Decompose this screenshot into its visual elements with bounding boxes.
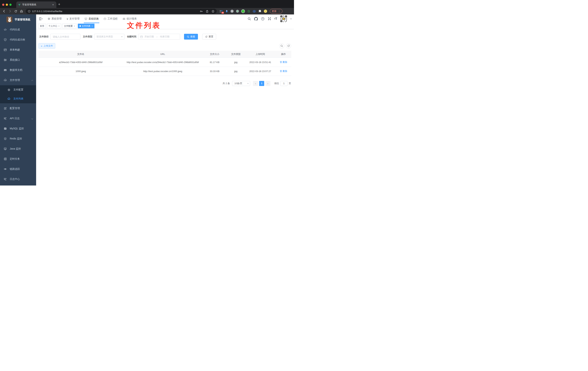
- sidebar-item-label: 表单构建: [10, 48, 20, 52]
- minimize-window-button[interactable]: [6, 4, 8, 6]
- close-icon[interactable]: ×: [74, 25, 75, 27]
- extension-grid-icon[interactable]: 11: [219, 9, 223, 13]
- info-icon[interactable]: [28, 10, 31, 13]
- y-circle-icon[interactable]: Y: [241, 9, 245, 13]
- chevron-down-icon: ▾: [121, 35, 122, 38]
- file-table: 文件名 URL 文件大小 文件类型 上传时间 操作 a294ecb2-73dd-…: [39, 51, 291, 76]
- file-path-input[interactable]: [53, 35, 78, 38]
- sidebar-item-db-doc[interactable]: 数据库文档: [0, 65, 36, 75]
- tag-profile[interactable]: 个人中心 ×: [47, 24, 61, 28]
- url-bar[interactable]: 127.0.0.1:1024/infra/file/file: [26, 9, 217, 14]
- search-icon[interactable]: [248, 17, 251, 21]
- delete-link[interactable]: 删除: [280, 69, 287, 73]
- upload-button-label: 上传文件: [43, 44, 53, 47]
- table-toolbar: + 上传文件: [39, 43, 291, 49]
- browser-tab[interactable]: 芋道管理系统 ×: [16, 1, 56, 8]
- qr-avatar[interactable]: [280, 15, 287, 22]
- reset-button[interactable]: 重置: [202, 34, 216, 40]
- sidebar-collapse-icon[interactable]: [36, 14, 45, 23]
- avatar-caret-icon[interactable]: ▾: [290, 18, 292, 20]
- date-range-picker[interactable]: 开始日期 - 结束日期: [138, 34, 180, 40]
- search-button[interactable]: 搜索: [184, 34, 198, 40]
- tab-close-icon[interactable]: ×: [52, 3, 54, 6]
- fullscreen-icon[interactable]: [268, 17, 271, 21]
- goto-label: 前往: [274, 82, 279, 85]
- active-dot: [79, 25, 81, 27]
- share-icon[interactable]: [206, 10, 209, 13]
- nav-item-payment[interactable]: ¥ 支付管理: [64, 14, 82, 23]
- sidebar-item-file-config[interactable]: 文件配置: [0, 85, 36, 94]
- record-icon[interactable]: [236, 9, 239, 13]
- sidebar-item-system-api[interactable]: 系统接口: [0, 55, 36, 65]
- sidebar-item-file-list[interactable]: 文件列表: [0, 94, 36, 103]
- sidebar-item-tracing[interactable]: 链路追踪: [0, 164, 36, 174]
- sidebar-item-code-generation[interactable]: 代码生成: [0, 25, 36, 35]
- star-icon[interactable]: [211, 10, 215, 13]
- page-number-button[interactable]: 1: [259, 81, 264, 86]
- goto-page-input[interactable]: [280, 81, 287, 86]
- close-icon[interactable]: ×: [58, 25, 60, 27]
- layers-icon: [4, 137, 7, 140]
- delete-link[interactable]: 删除: [280, 60, 287, 64]
- github-icon[interactable]: [254, 17, 258, 21]
- toggle-search-button[interactable]: [279, 43, 284, 48]
- upload-file-button[interactable]: + 上传文件: [39, 43, 55, 49]
- eye-blue-icon[interactable]: [252, 9, 256, 13]
- table-solid-icon: [4, 68, 7, 72]
- nav-item-infrastructure[interactable]: 基础设施: [82, 14, 101, 23]
- reload-icon[interactable]: [13, 9, 18, 14]
- update-label: 更新: [272, 10, 276, 13]
- command-icon[interactable]: ⌘: [231, 10, 234, 13]
- page-size-select[interactable]: 10条/页 ▾: [232, 81, 250, 86]
- puzzle-icon[interactable]: [258, 9, 262, 13]
- emoji-icon[interactable]: [264, 9, 267, 13]
- home-icon[interactable]: [19, 9, 24, 14]
- browser-window: 芋道管理系统 × + 127.0.0.1:1024/infra/file/fil…: [0, 0, 294, 186]
- maximize-window-button[interactable]: [9, 4, 11, 6]
- nav-item-system[interactable]: 系统管理: [45, 14, 64, 23]
- back-icon[interactable]: [1, 9, 7, 14]
- refresh-button[interactable]: [286, 43, 291, 48]
- new-tab-button[interactable]: +: [56, 2, 63, 8]
- kite-icon[interactable]: [225, 9, 229, 13]
- start-date-placeholder[interactable]: 开始日期: [145, 35, 154, 38]
- file-type-select[interactable]: 请选择文件类型 ▾: [94, 34, 125, 40]
- sidebar-item-redis-monitor[interactable]: Redis 监控: [0, 134, 36, 144]
- table-header-row: 文件名 URL 文件大小 文件类型 上传时间 操作: [39, 51, 291, 58]
- chevron-down-icon: [32, 117, 33, 119]
- app-logo[interactable]: 芋道管理系统: [0, 14, 36, 25]
- sidebar-item-log-center[interactable]: 日志中心: [0, 174, 36, 184]
- sidebar-item-label: 系统接口: [10, 58, 20, 62]
- font-size-icon[interactable]: TT: [274, 17, 277, 21]
- close-icon[interactable]: ×: [91, 25, 93, 27]
- url-text[interactable]: 127.0.0.1:1024/infra/file/file: [32, 10, 62, 13]
- tag-file-list[interactable]: 文件列表 ×: [78, 24, 94, 28]
- end-date-placeholder[interactable]: 结束日期: [160, 35, 169, 38]
- tag-home[interactable]: 首页: [38, 24, 46, 28]
- close-window-button[interactable]: [2, 4, 4, 6]
- nav-item-reports[interactable]: 统计报表: [120, 14, 139, 23]
- tag-file-config[interactable]: 文件配置 ×: [62, 24, 77, 28]
- next-page-button[interactable]: ›: [265, 81, 270, 86]
- prev-page-button[interactable]: ‹: [253, 81, 258, 86]
- sidebar-group-file-management[interactable]: 文件管理: [0, 75, 36, 85]
- sidebar-group-api-log[interactable]: API 日志: [0, 113, 36, 124]
- sidebar-item-form-builder[interactable]: 表单构建: [0, 45, 36, 55]
- browser-menu-icon[interactable]: ⋮: [278, 10, 281, 13]
- green-star-icon[interactable]: [247, 9, 251, 13]
- update-button[interactable]: 更新 ⋮: [270, 9, 283, 13]
- nav-item-workflow[interactable]: 工作流程: [101, 14, 120, 23]
- key-icon[interactable]: [200, 10, 203, 13]
- sidebar-item-config-management[interactable]: 配置管理: [0, 103, 36, 113]
- sidebar-item-scheduled-tasks[interactable]: 定时任务: [0, 154, 36, 164]
- sidebar-item-code-demo[interactable]: 代码生成示例: [0, 35, 36, 45]
- help-icon[interactable]: [261, 17, 264, 21]
- sidebar-item-java-monitor[interactable]: Java 监控: [0, 144, 36, 154]
- date-separator: -: [156, 35, 158, 38]
- top-menu: 系统管理 ¥ 支付管理 基础设施: [45, 14, 139, 23]
- sidebar-item-label: Java 监控: [10, 147, 21, 150]
- forward-icon[interactable]: [7, 9, 13, 14]
- main-area: 系统管理 ¥ 支付管理 基础设施: [36, 14, 294, 186]
- plus-icon: +: [41, 44, 42, 47]
- sidebar-item-mysql-monitor[interactable]: MySQL 监控: [0, 124, 36, 134]
